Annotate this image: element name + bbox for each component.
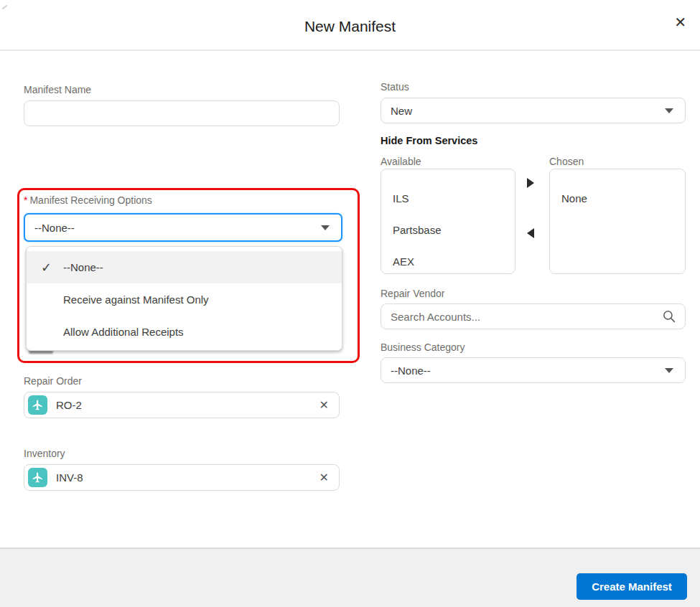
available-item-ils[interactable]: ILS: [381, 182, 515, 214]
chosen-listbox[interactable]: None: [549, 169, 686, 274]
remove-icon[interactable]: ✕: [319, 472, 329, 484]
available-label: Available: [381, 156, 421, 167]
option-allow-additional-receipts[interactable]: Allow Additional Receipts: [27, 316, 342, 348]
option-none[interactable]: ✓ --None--: [27, 251, 342, 283]
option-label: Receive against Manifest Only: [63, 293, 209, 306]
airplane-icon: [28, 395, 47, 415]
repair-order-value: RO-2: [56, 399, 82, 411]
repair-vendor-search[interactable]: [381, 304, 686, 329]
status-label: Status: [381, 81, 409, 93]
check-icon: ✓: [41, 260, 63, 276]
repair-vendor-label: Repair Vendor: [381, 288, 445, 299]
repair-order-pill[interactable]: RO-2 ✕: [24, 392, 340, 418]
inventory-pill[interactable]: INV-8 ✕: [24, 464, 340, 491]
inventory-value: INV-8: [56, 471, 83, 484]
airplane-icon: [28, 468, 47, 487]
inventory-label: Inventory: [24, 448, 65, 459]
manifest-name-label: Manifest Name: [24, 84, 91, 95]
chevron-down-icon: [321, 225, 330, 230]
remove-icon[interactable]: ✕: [319, 400, 329, 411]
status-value: New: [391, 105, 412, 117]
status-combobox[interactable]: New: [381, 98, 686, 123]
receiving-options-combobox[interactable]: --None--: [24, 213, 342, 242]
required-asterisk: *: [24, 194, 27, 206]
business-category-value: --None--: [391, 364, 431, 377]
available-item-aex[interactable]: AEX: [381, 245, 515, 277]
available-item-partsbase[interactable]: Partsbase: [381, 214, 515, 245]
receiving-options-label: *Manifest Receiving Options: [24, 194, 152, 206]
chosen-label: Chosen: [549, 156, 584, 167]
chosen-item-none: None: [550, 182, 685, 214]
receiving-options-listbox: ✓ --None-- Receive against Manifest Only…: [26, 246, 342, 351]
chevron-down-icon: [665, 368, 673, 373]
move-left-icon[interactable]: [527, 228, 534, 238]
repair-vendor-search-input[interactable]: [381, 304, 663, 329]
repair-order-label: Repair Order: [24, 375, 82, 387]
option-label: --None--: [63, 261, 103, 273]
create-manifest-button[interactable]: Create Manifest: [577, 573, 687, 600]
search-icon: [663, 310, 676, 323]
close-icon[interactable]: ✕: [674, 15, 686, 29]
move-right-icon[interactable]: [527, 178, 534, 188]
business-category-combobox[interactable]: --None--: [381, 357, 686, 383]
business-category-label: Business Category: [381, 342, 465, 353]
header-divider: [0, 50, 700, 51]
modal-footer: Create Manifest: [0, 547, 700, 607]
hide-from-services-heading: Hide From Services: [381, 135, 477, 146]
screen-artifact: [1, 4, 7, 9]
receiving-options-value: --None--: [34, 222, 75, 234]
chevron-down-icon: [665, 108, 673, 113]
modal-title: New Manifest: [0, 18, 700, 35]
available-listbox[interactable]: ILS Partsbase AEX: [381, 169, 515, 274]
option-receive-against-manifest-only[interactable]: Receive against Manifest Only: [27, 283, 342, 316]
option-label: Allow Additional Receipts: [63, 326, 184, 338]
manifest-name-input[interactable]: [24, 100, 340, 126]
